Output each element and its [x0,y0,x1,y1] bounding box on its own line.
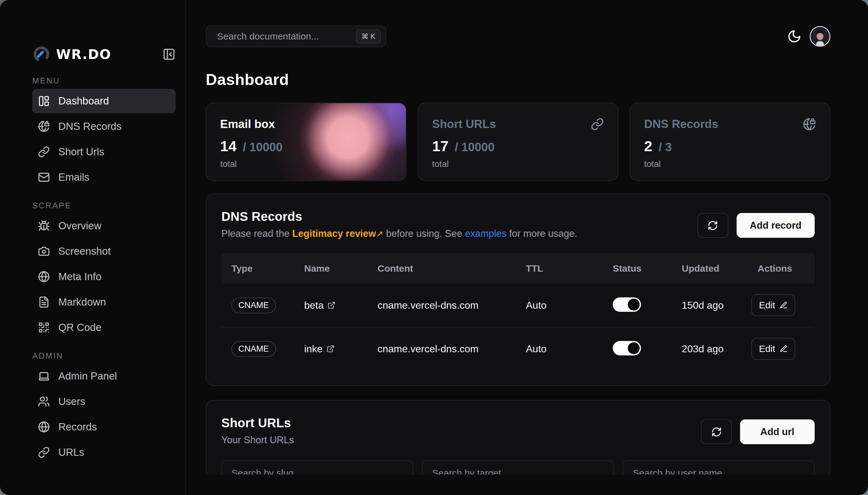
stat-value: 14 [220,138,237,154]
add-record-button[interactable]: Add record [736,213,815,238]
sidebar-item-emails[interactable]: Emails [32,165,176,189]
stat-title: DNS Records [644,118,718,131]
sidebar: WR.DO MENU Dashboard DNS Records Short U… [0,0,186,495]
sidebar-item-short-urls[interactable]: Short Urls [32,140,176,164]
table-header: Type Name Content TTL Status Updated Act… [221,254,815,284]
record-ttl: Auto [516,300,603,311]
stat-card-short-urls: Short URLs 17 / 10000 total [418,103,619,181]
stat-limit: / 3 [659,140,672,154]
refresh-icon [711,427,722,437]
external-link-icon[interactable] [327,345,335,353]
search-by-user-name-input[interactable] [623,460,815,475]
edit-button[interactable]: Edit [751,338,795,360]
search-by-target-input[interactable] [422,460,614,475]
link-icon [591,118,604,131]
search-by-slug-input[interactable] [221,460,413,475]
stat-card-email-box: Email box 14 / 10000 total [206,103,406,181]
stat-limit: / 10000 [455,140,494,154]
record-ttl: Auto [516,343,603,355]
main-content: Search documentation... ⌘ K Dashboard [186,0,868,475]
pen-icon [780,345,788,353]
camera-icon [38,245,50,257]
add-url-button[interactable]: Add url [740,420,815,444]
stat-caption: total [220,159,392,169]
short-urls-card: Short URLs Your Short URLs Add url [206,400,830,475]
section-label: ADMIN [32,351,185,361]
sidebar-item-admin-panel[interactable]: Admin Panel [32,364,176,388]
external-link-icon[interactable] [327,301,335,309]
record-content: cname.vercel-dns.com [367,300,516,311]
stat-value: 2 [644,138,652,154]
record-type-badge: CNAME [231,297,276,313]
globe-lock-icon [803,118,816,131]
dns-records-table: Type Name Content TTL Status Updated Act… [221,254,815,370]
nav-section-admin: ADMIN Admin Panel Users Records URLs [32,351,185,464]
link-icon [38,146,50,158]
nav-section-scrape: SCRAPE Overview Screenshot Meta Info Mar… [32,201,185,340]
dns-section-title: DNS Records [221,209,577,224]
stat-cards: Email box 14 / 10000 total Short URLs 17… [206,103,830,181]
sidebar-item-urls[interactable]: URLs [32,440,176,464]
topbar: Search documentation... ⌘ K [206,25,830,47]
globe-lock-icon [38,120,50,132]
record-type-badge: CNAME [231,341,276,357]
topbar-right [787,26,830,47]
page-title: Dashboard [206,70,830,89]
theme-toggle-moon-icon[interactable] [787,29,801,44]
sidebar-item-users[interactable]: Users [32,389,176,414]
sidebar-item-records[interactable]: Records [32,415,176,439]
record-updated: 203d ago [672,343,748,355]
dns-section-subtitle: Please read the Legitimacy review↗ befor… [221,228,577,240]
globe-icon [38,271,50,283]
section-label: SCRAPE [32,201,185,210]
section-label: MENU [32,76,185,86]
sidebar-item-overview[interactable]: Overview [32,214,176,238]
examples-link[interactable]: examples [465,228,507,239]
legitimacy-review-link[interactable]: Legitimacy review [292,228,376,239]
sidebar-item-meta-info[interactable]: Meta Info [32,264,176,289]
stat-limit: / 10000 [243,140,282,154]
nav-section-menu: MENU Dashboard DNS Records Short Urls Em… [32,76,185,189]
dns-records-card: DNS Records Please read the Legitimacy r… [206,193,830,386]
brand-name: WR.DO [56,47,111,62]
short-urls-subtitle: Your Short URLs [221,434,294,446]
search-shortcut-badge: ⌘ K [356,30,381,44]
sidebar-item-screenshot[interactable]: Screenshot [32,239,176,263]
logo-row: WR.DO [32,45,176,63]
link-icon [38,446,50,458]
sidebar-item-dns-records[interactable]: DNS Records [32,114,176,139]
laptop-icon [38,370,50,382]
record-name: beta [304,300,324,311]
refresh-icon [708,220,718,231]
avatar[interactable] [810,26,830,47]
table-row: CNAME beta cname.vercel-dns.com Auto 150… [221,284,815,327]
stat-caption: total [432,159,604,169]
refresh-button[interactable] [701,420,732,444]
sidebar-item-dashboard[interactable]: Dashboard [32,89,176,113]
stat-card-dns-records: DNS Records 2 / 3 total [630,103,830,181]
users-icon [38,396,50,408]
status-toggle[interactable] [613,297,641,312]
sidebar-item-qr-code[interactable]: QR Code [32,315,176,340]
file-text-icon [38,296,50,308]
mail-icon [38,171,50,183]
qr-code-icon [38,322,50,334]
app-window: WR.DO MENU Dashboard DNS Records Short U… [0,0,868,495]
bug-icon [38,220,50,232]
brand-logo-icon [32,45,51,63]
search-placeholder: Search documentation... [217,31,356,42]
stat-value: 17 [432,138,448,154]
sidebar-item-markdown[interactable]: Markdown [32,290,176,314]
status-toggle[interactable] [613,341,641,355]
pen-icon [780,301,788,309]
globe-icon [38,421,50,433]
external-arrow: ↗ [376,229,383,239]
table-row: CNAME inke cname.vercel-dns.com Auto 203… [221,327,815,370]
refresh-button[interactable] [697,213,728,238]
stat-title: Email box [220,118,275,131]
edit-button[interactable]: Edit [751,294,795,316]
sidebar-collapse-icon[interactable] [162,48,176,61]
short-urls-filters [221,460,815,475]
search-input[interactable]: Search documentation... ⌘ K [206,25,386,47]
dashboard-icon [38,95,50,107]
